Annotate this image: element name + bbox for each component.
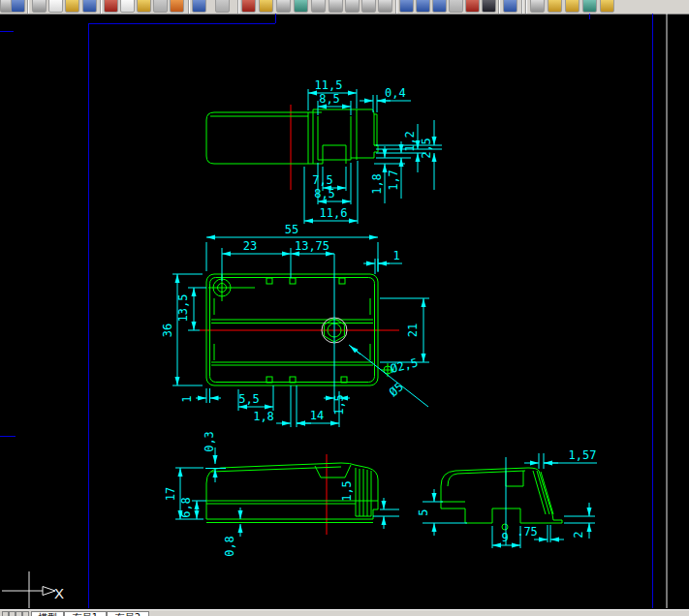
daylight-icon[interactable]: [582, 0, 597, 13]
toolbar-separator: [188, 0, 190, 14]
dim-text: 1: [180, 395, 194, 402]
dim-style-icon[interactable]: [432, 0, 447, 13]
dim-text: 2,5: [420, 138, 433, 159]
publish-icon[interactable]: [82, 0, 97, 13]
bulb-off-icon[interactable]: [548, 0, 562, 13]
brush-icon[interactable]: [170, 0, 184, 13]
toolbar-separator: [237, 0, 239, 14]
zoom-center-icon[interactable]: [378, 0, 392, 13]
paste-icon[interactable]: [137, 0, 151, 13]
hatch-icon[interactable]: [482, 0, 496, 13]
orbit-icon[interactable]: [294, 0, 308, 13]
zoom-scale-icon[interactable]: [361, 0, 376, 13]
tab-scroll-prev-button[interactable]: [9, 611, 16, 616]
dim-text: Ø2,5: [389, 355, 419, 376]
text-style-icon[interactable]: [399, 0, 414, 13]
tab-scroll-first-button[interactable]: [2, 611, 9, 616]
dim-text: 5: [417, 508, 430, 515]
toolbar-separator: [27, 0, 29, 14]
tab-model[interactable]: 模型: [31, 611, 64, 616]
zoom-dynamic-icon[interactable]: [345, 0, 360, 13]
print-preview-icon[interactable]: [48, 0, 63, 13]
table-style-icon[interactable]: [416, 0, 430, 13]
print-icon[interactable]: [32, 0, 47, 13]
dim-text: 23: [243, 239, 257, 253]
dim-text: 11,5: [315, 78, 343, 92]
dim-text: 1,57: [569, 448, 597, 462]
dim-text: 55: [285, 223, 298, 236]
dim-text: 36: [161, 323, 174, 337]
copy-icon[interactable]: [120, 0, 135, 13]
zoom-realtime-icon[interactable]: [311, 0, 326, 13]
dim-text: 1,7: [387, 169, 400, 191]
dim-text: 1,2: [403, 131, 417, 152]
plan-view: 55 23 13,75 1 36 13,5 1 5,5 1,8 14 1,5 2…: [161, 223, 429, 427]
match-properties-icon[interactable]: [153, 0, 168, 13]
dim-text: 7,5: [312, 173, 333, 187]
tab-scroll-next-button[interactable]: [16, 611, 22, 616]
tab-layout1[interactable]: 布局1: [64, 611, 107, 616]
dim-text: 5,5: [238, 392, 260, 406]
cad-application-window: 11,5 8,5 0,4 7,5 8,5 11,6 1,8 1,7 1,2 2,…: [0, 0, 689, 616]
toolbar-separator: [498, 0, 500, 14]
toolbar-separator: [525, 0, 527, 14]
toolbar-separator: [100, 0, 102, 14]
dim-text: 8,5: [319, 92, 340, 106]
dim-text: Ø5: [387, 380, 406, 399]
zoom-pan-icon[interactable]: [276, 0, 291, 13]
side-section-view: 0,3 17 6,8 0,8 1,5: [164, 431, 399, 557]
render-icon[interactable]: [465, 0, 480, 13]
toolbar-separator: [521, 0, 523, 14]
ucs-x-label: X: [54, 585, 64, 601]
dim-text: 0,8: [223, 536, 236, 557]
dim-text: 21: [406, 323, 420, 337]
dim-text: 2: [572, 531, 585, 538]
dim-text: 8,5: [314, 187, 335, 200]
dim-text: 1,8: [370, 173, 384, 195]
dim-text: 14: [310, 409, 324, 422]
tab-layout2[interactable]: 布局2: [107, 611, 149, 616]
toolbar: [0, 0, 689, 15]
dim-text: 13,75: [295, 239, 329, 253]
help-icon[interactable]: [503, 0, 517, 13]
bulb-on-icon[interactable]: [565, 0, 579, 13]
arrow-down-blue-icon[interactable]: [192, 0, 206, 13]
cut-icon[interactable]: [104, 0, 118, 13]
layout-tab-bar: 模型 布局1 布局2: [0, 609, 689, 616]
pointer-icon[interactable]: [241, 0, 256, 13]
lock-icon[interactable]: [600, 0, 614, 13]
dim-text: 9: [501, 531, 508, 544]
end-section-view: 1,57 5 9 .75 2: [417, 448, 597, 548]
plot-icon[interactable]: [65, 0, 79, 13]
toolbar-separator: [395, 0, 397, 14]
zoom-window-icon[interactable]: [329, 0, 343, 13]
drawing-canvas[interactable]: 11,5 8,5 0,4 7,5 8,5 11,6 1,8 1,7 1,2 2,…: [0, 14, 689, 609]
ucs-icon: X: [2, 571, 64, 608]
dim-text: 1: [392, 249, 399, 262]
dim-text: 0,4: [385, 86, 406, 100]
arrow-down-gray-icon[interactable]: [215, 0, 230, 13]
dim-text: 11,6: [320, 206, 348, 220]
dim-text: 1,8: [253, 410, 274, 423]
dim-text: 0,3: [203, 431, 216, 452]
dim-text: 17: [164, 487, 177, 501]
dim-text: .75: [517, 525, 538, 539]
tab-scroll-last-button[interactable]: [22, 611, 29, 616]
save-icon[interactable]: [11, 0, 25, 13]
dim-text: 1,5: [332, 394, 346, 416]
dim-text: 1,5: [340, 480, 354, 502]
top-section-view: 11,5 8,5 0,4 7,5 8,5 11,6 1,8 1,7 1,2 2,…: [206, 78, 442, 224]
dim-text: 13,5: [176, 294, 190, 323]
layers-icon[interactable]: [530, 0, 545, 13]
sheet-set-icon[interactable]: [449, 0, 463, 13]
hand-icon[interactable]: [259, 0, 273, 13]
dim-text: 6,8: [179, 497, 193, 518]
